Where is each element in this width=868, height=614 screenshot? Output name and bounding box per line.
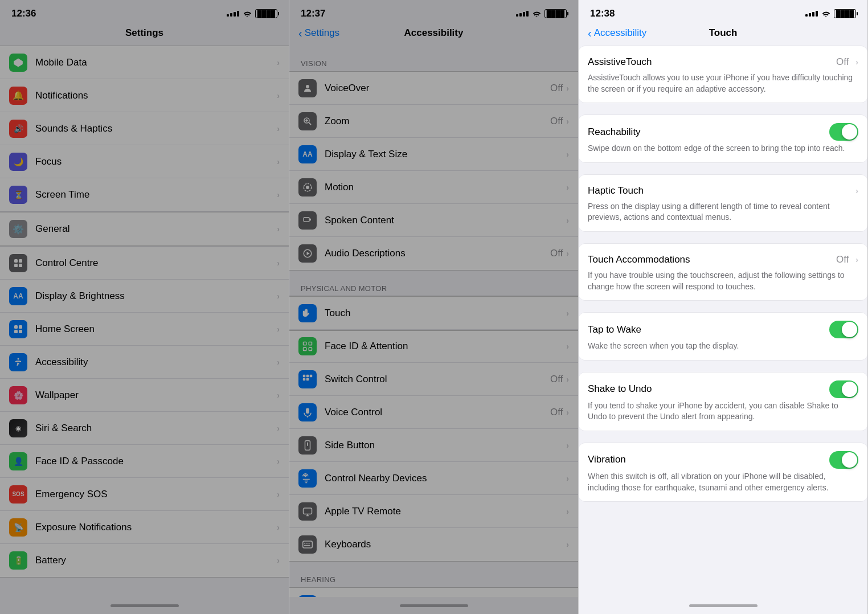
chevron-icon: › <box>566 375 569 384</box>
touch-accommodations-title: Touch Accommodations <box>588 254 690 265</box>
touch-accommodations-item[interactable]: Touch Accommodations Off › If you have t… <box>579 244 867 300</box>
list-item[interactable]: Apple TV Remote › <box>289 495 578 528</box>
detail-section-accommodations: Touch Accommodations Off › If you have t… <box>579 243 867 301</box>
list-item[interactable]: 🔔 Notifications › <box>0 79 289 112</box>
chevron-icon: › <box>566 84 569 93</box>
svg-rect-36 <box>303 541 313 548</box>
list-item[interactable]: 🔊 Sounds & Haptics › <box>0 112 289 145</box>
list-item[interactable]: Face ID & Attention › <box>289 330 578 363</box>
svg-rect-40 <box>304 545 310 546</box>
emergency-sos-icon: SOS <box>9 485 27 504</box>
accessibility-list: VISION VoiceOver Off › Zoom Off › A <box>289 46 578 597</box>
back-button-2[interactable]: ‹ Settings <box>298 27 339 40</box>
item-label: Battery <box>35 555 277 566</box>
item-label: General <box>35 223 277 235</box>
list-item[interactable]: Spoken Content › <box>289 204 578 237</box>
svg-line-11 <box>309 122 311 125</box>
status-icons-1: ████ <box>227 9 277 18</box>
item-value: Off <box>550 248 563 259</box>
status-bar-2: 12:37 ████ <box>289 0 578 24</box>
chevron-icon: › <box>566 474 569 483</box>
list-item[interactable]: Switch Control Off › <box>289 363 578 396</box>
reachability-title: Reachability <box>588 126 641 138</box>
reachability-row: Reachability <box>588 123 858 141</box>
list-item[interactable]: Hearing Devices › <box>289 588 578 597</box>
list-item[interactable]: 🔋 Battery › <box>0 544 289 577</box>
shake-to-undo-toggle[interactable] <box>829 380 858 398</box>
reachability-item[interactable]: Reachability Swipe down on the bottom ed… <box>579 115 867 162</box>
shake-to-undo-item[interactable]: Shake to Undo If you tend to shake your … <box>579 373 867 431</box>
vibration-toggle[interactable] <box>829 451 858 469</box>
status-bar-3: 12:38 ████ <box>579 0 867 24</box>
chevron-icon: › <box>566 408 569 417</box>
svg-rect-20 <box>309 342 312 345</box>
general-icon: ⚙️ <box>9 220 27 238</box>
home-indicator-1 <box>0 597 289 614</box>
list-item[interactable]: SOS Emergency SOS › <box>0 478 289 511</box>
list-item[interactable]: AA Display & Brightness › <box>0 280 289 313</box>
battery-icon-3: ████ <box>834 9 856 18</box>
list-item[interactable]: VoiceOver Off › <box>289 72 578 105</box>
svg-rect-7 <box>19 330 22 333</box>
touch-item[interactable]: Touch › <box>289 297 578 330</box>
status-icons-3: ████ <box>805 9 856 19</box>
vibration-desc: When this switch is off, all vibration o… <box>588 471 858 493</box>
list-item[interactable]: Home Screen › <box>0 313 289 346</box>
panel-settings: 12:36 ████ Settings <box>0 0 289 614</box>
list-item[interactable]: 🌙 Focus › <box>0 145 289 178</box>
back-button-3[interactable]: ‹ Accessibility <box>588 27 646 40</box>
list-item[interactable]: 🌸 Wallpaper › <box>0 379 289 412</box>
tap-to-wake-title: Tap to Wake <box>588 324 641 335</box>
chevron-icon: › <box>277 358 280 367</box>
motion-icon <box>298 178 317 197</box>
assistive-touch-title: AssistiveTouch <box>588 56 652 68</box>
item-value: Off <box>550 407 563 418</box>
section-header-hearing: HEARING <box>289 562 578 587</box>
shake-to-undo-row: Shake to Undo <box>588 380 858 398</box>
exposure-icon: 📡 <box>9 518 27 537</box>
chevron-icon: › <box>277 292 280 301</box>
general-item[interactable]: ⚙️ General › <box>0 212 289 245</box>
nav-header-1: Settings <box>0 24 289 46</box>
list-item[interactable]: 📡 Exposure Notifications › <box>0 511 289 544</box>
hearing-devices-icon <box>298 595 317 597</box>
chevron-icon: › <box>277 523 280 532</box>
list-item[interactable]: Voice Control Off › <box>289 396 578 429</box>
reachability-toggle[interactable] <box>829 123 858 141</box>
svg-marker-18 <box>307 252 310 255</box>
list-item[interactable]: 👤 Face ID & Passcode › <box>0 445 289 478</box>
sounds-icon: 🔊 <box>9 120 27 138</box>
list-item[interactable]: Mobile Data › <box>0 46 289 79</box>
list-item[interactable]: Zoom Off › <box>289 105 578 138</box>
chevron-icon: › <box>277 391 280 400</box>
list-item[interactable]: AA Display & Text Size › <box>289 138 578 171</box>
vibration-row: Vibration <box>588 451 858 469</box>
haptic-touch-item[interactable]: Haptic Touch › Press on the display usin… <box>579 175 867 231</box>
chevron-icon: › <box>277 424 280 433</box>
svg-rect-23 <box>303 374 306 377</box>
list-item[interactable]: Control Nearby Devices › <box>289 462 578 495</box>
touch-accommodations-value: Off <box>836 254 849 265</box>
wifi-icon-2 <box>532 9 541 18</box>
list-item[interactable]: Accessibility › <box>0 346 289 379</box>
vibration-item[interactable]: Vibration When this switch is off, all v… <box>579 443 867 501</box>
list-item[interactable]: Control Centre › <box>0 247 289 280</box>
vibration-title: Vibration <box>588 454 626 465</box>
list-item[interactable]: ⏳ Screen Time › <box>0 178 289 211</box>
status-time-2: 12:37 <box>301 8 325 19</box>
tap-to-wake-item[interactable]: Tap to Wake Wake the screen when you tap… <box>579 313 867 360</box>
list-item[interactable]: Audio Descriptions Off › <box>289 237 578 270</box>
assistive-touch-item[interactable]: AssistiveTouch Off › AssistiveTouch allo… <box>579 46 867 103</box>
chevron-icon: › <box>566 441 569 450</box>
list-item[interactable]: Motion › <box>289 171 578 204</box>
accessibility-icon <box>9 353 27 371</box>
chevron-icon: › <box>277 224 280 234</box>
list-item[interactable]: ◉ Siri & Search › <box>0 412 289 445</box>
chevron-icon: › <box>566 309 569 318</box>
item-label: Screen Time <box>35 189 277 200</box>
side-button-icon <box>298 436 317 455</box>
list-item[interactable]: Keyboards › <box>289 528 578 561</box>
item-value: Off <box>550 374 563 385</box>
tap-to-wake-toggle[interactable] <box>829 321 858 338</box>
list-item[interactable]: Side Button › <box>289 429 578 462</box>
